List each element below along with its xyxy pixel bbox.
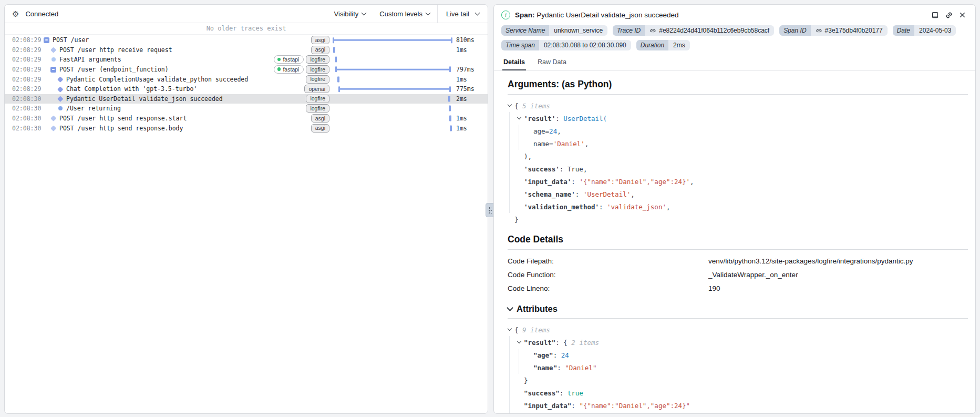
icon-shape	[58, 106, 63, 110]
token: ,	[557, 127, 561, 135]
tag-chip-fastapi[interactable]: fastapi	[274, 65, 304, 74]
span-name-label: POST /user http send response.start	[59, 115, 265, 122]
arguments-heading: Arguments: (as Python)	[508, 79, 968, 90]
tree-line: "age": 24	[508, 349, 968, 361]
trace-row[interactable]: 02:08:29FastAPI argumentsfastapilogfire	[5, 55, 488, 65]
settings-gear-icon[interactable]: ⚙	[12, 10, 19, 18]
span-name-label: FastAPI arguments	[59, 56, 265, 63]
tab-raw-data[interactable]: Raw Data	[537, 56, 568, 70]
badge-label: Time span	[501, 40, 539, 50]
timeline-bar-area	[333, 104, 452, 114]
trace-timestamp: 02:08:29	[5, 85, 43, 93]
chevron-down-icon	[425, 11, 430, 16]
trace-row[interactable]: 02:08:29POST /user http receive requesta…	[5, 45, 488, 55]
token: 5 items	[522, 102, 550, 110]
token: :	[557, 364, 565, 372]
badge-value[interactable]: #3e175db4f0b20177	[811, 25, 888, 36]
tree-line: { 5 items	[508, 99, 968, 112]
badge-trace-id[interactable]: Trace ID#e8224d24d41f064b112c6eb9cb58cac…	[613, 25, 774, 36]
token: : True,	[560, 165, 587, 173]
tag-chip-asgi[interactable]: asgi	[311, 46, 329, 54]
square-minus-icon[interactable]	[49, 67, 57, 73]
tag-chips: logfire	[265, 104, 333, 113]
tag-chip-asgi[interactable]: asgi	[311, 36, 329, 44]
tree-line: 'validation_method': 'validate_json',	[508, 200, 968, 213]
dock-bottom-icon[interactable]	[931, 11, 940, 19]
tab-details[interactable]: Details	[502, 56, 526, 70]
code-detail-label: Code Lineno:	[508, 282, 708, 296]
token: 'UserDetail'	[583, 190, 631, 198]
trace-timestamp: 02:08:29	[5, 66, 43, 73]
link-icon[interactable]	[944, 11, 953, 19]
indent-guide	[509, 361, 517, 374]
circle-icon	[56, 106, 64, 110]
trace-timestamp: 02:08:30	[5, 95, 43, 103]
token: }	[514, 216, 519, 223]
trace-timestamp: 02:08:29	[5, 36, 43, 44]
tag-chip-openai[interactable]: openai	[304, 85, 329, 93]
trace-timestamp: 02:08:29	[5, 76, 43, 83]
span-instant-tick	[449, 116, 451, 121]
tag-chip-asgi[interactable]: asgi	[311, 114, 329, 123]
detail-tabs: DetailsRaw Data	[494, 56, 975, 70]
trace-row[interactable]: 02:08:29POST /userasgi810ms	[5, 35, 488, 45]
custom-levels-dropdown[interactable]: Custom levels	[379, 10, 430, 18]
span-name-label: /User returning	[66, 105, 265, 112]
badge-value[interactable]: #e8224d24d41f064b112c6eb9cb58cacf	[645, 25, 774, 36]
token: ,	[631, 190, 635, 198]
app-canvas: ⚙ Connected Visibility Custom levels Liv…	[0, 0, 980, 417]
tag-chip-logfire[interactable]: logfire	[306, 95, 329, 103]
trace-row[interactable]: 02:08:30POST /user http send response.st…	[5, 114, 488, 124]
tag-chips: logfire	[265, 95, 333, 103]
trace-row[interactable]: 02:08:29Pydantic CompletionUsage validat…	[5, 74, 488, 84]
token: name=	[533, 140, 553, 148]
tag-chip-fastapi[interactable]: fastapi	[274, 55, 304, 64]
duration-label: 1ms	[452, 125, 488, 132]
trace-row[interactable]: 02:08:29POST /user (endpoint_function)fa…	[5, 65, 488, 75]
tag-chips: asgi	[265, 36, 333, 44]
tree-line: 'schema_name': 'UserDetail',	[508, 188, 968, 200]
span-name-label: POST /user (endpoint_function)	[59, 66, 265, 73]
tag-chip-logfire[interactable]: logfire	[306, 75, 329, 84]
trace-row[interactable]: 02:08:30/User returninglogfire	[5, 104, 488, 114]
tag-chip-logfire[interactable]: logfire	[306, 65, 329, 74]
token: 'success'	[524, 165, 560, 173]
grip-dots-icon	[488, 207, 492, 213]
token: :	[553, 351, 561, 359]
span-instant-tick	[335, 57, 337, 63]
timeline-bar-area	[333, 45, 452, 55]
token: 'result'	[524, 115, 555, 123]
duration-label: 810ms	[452, 36, 488, 44]
arguments-python-tree: { 5 items'result': UserDetail(age=24,nam…	[508, 99, 968, 226]
tag-chip-asgi[interactable]: asgi	[311, 124, 329, 133]
attributes-collapse-header[interactable]: Attributes	[508, 304, 968, 314]
trace-row[interactable]: 02:08:30Pydantic UserDetail validate_jso…	[5, 94, 488, 104]
square-minus-icon[interactable]	[43, 37, 50, 43]
tree-line: name='Daniel',	[508, 137, 968, 150]
token: :	[571, 402, 579, 410]
token: "{"name":"Daniel","age":24}"	[579, 402, 690, 410]
divider	[508, 249, 968, 250]
code-detail-label: Code Filepath:	[508, 255, 708, 268]
span-name-label: Pydantic CompletionUsage validate_python…	[66, 76, 265, 83]
badge-duration: Duration2ms	[636, 40, 690, 50]
tree-line: 'input_data': '{"name":"Daniel","age":24…	[508, 175, 968, 188]
span-duration-bar	[335, 69, 451, 70]
token: 'Daniel'	[553, 140, 585, 148]
close-icon[interactable]	[958, 11, 967, 19]
tag-chips: asgi	[265, 124, 333, 133]
visibility-dropdown[interactable]: Visibility	[334, 10, 366, 18]
code-detail-value: 190	[708, 282, 968, 296]
badge-span-id[interactable]: Span ID#3e175db4f0b20177	[779, 25, 887, 36]
icon-shape	[50, 116, 56, 121]
trace-row[interactable]: 02:08:30POST /user http send response.bo…	[5, 123, 488, 133]
tag-chip-logfire[interactable]: logfire	[306, 104, 329, 113]
trace-row[interactable]: 02:08:29Chat Completion with 'gpt-3.5-tu…	[5, 84, 488, 94]
code-details-heading: Code Details	[508, 234, 968, 245]
icon-shape	[50, 125, 56, 131]
live-tail-dropdown[interactable]: Live tail	[437, 5, 488, 23]
tree-line: "result": { 2 items	[508, 336, 968, 349]
tag-chip-logfire[interactable]: logfire	[306, 55, 329, 64]
divider	[508, 94, 968, 95]
indent-guide	[519, 361, 527, 374]
